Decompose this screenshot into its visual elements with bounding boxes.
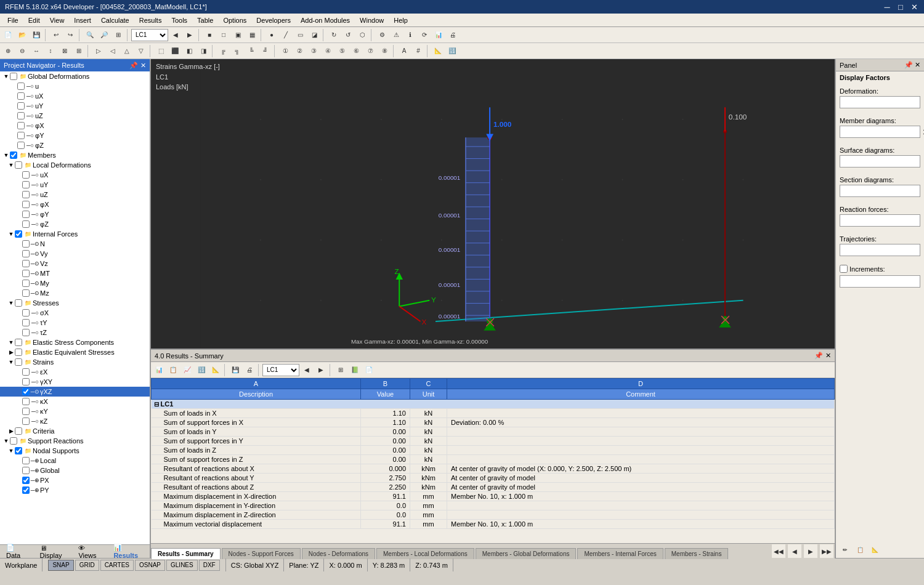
close-button[interactable]: ✕ [909, 2, 919, 12]
tree-vy[interactable]: ─⊙ Vy [0, 249, 150, 259]
cb-phiy2[interactable] [22, 211, 30, 218]
tb-surface[interactable]: ▭ [293, 28, 307, 42]
tree-mz[interactable]: ─⊙ Mz [0, 288, 150, 298]
results-next[interactable]: ▶ [314, 363, 328, 377]
panel-icon-2[interactable]: 📋 [853, 543, 867, 557]
cb-phiz[interactable] [17, 142, 25, 149]
tb-node[interactable]: ● [265, 28, 278, 42]
tb-print[interactable]: 🖨 [446, 28, 460, 42]
tree-local-def[interactable]: ▼ 📁 Local Deformations [0, 160, 150, 170]
cb-mz[interactable] [22, 289, 30, 297]
tb-settings[interactable]: ⚙ [375, 28, 389, 42]
tree-px[interactable]: ─⊕ PX [0, 475, 150, 485]
tb-render-1[interactable]: ■ [203, 28, 216, 42]
tb-render-3[interactable]: ▣ [231, 28, 245, 42]
col-header-b[interactable]: B [361, 379, 410, 389]
menu-options[interactable]: Options [218, 15, 251, 25]
snap-btn-snap[interactable]: SNAP [48, 560, 73, 571]
tree-ux2[interactable]: ─○ uX [0, 170, 150, 180]
menu-window[interactable]: Window [355, 15, 389, 25]
cb-phix2[interactable] [22, 201, 30, 208]
tree-phix[interactable]: ─○ φX [0, 121, 150, 131]
tree-nodal-supports[interactable]: ▼ 📁 Nodal Supports [0, 446, 150, 456]
tb2-1[interactable]: ⊕ [1, 44, 15, 58]
cb-vz[interactable] [22, 260, 30, 267]
tree-stresses[interactable]: ▼ 📁 Stresses [0, 298, 150, 308]
tb2-16[interactable]: ╗ [230, 44, 244, 58]
panel-reaction-forces-spinbox[interactable]: ▲ ▼ [840, 214, 920, 227]
tree-phiy[interactable]: ─○ φY [0, 131, 150, 140]
results-filter[interactable]: ⊞ [334, 363, 347, 377]
panel-reaction-forces-input[interactable] [840, 217, 924, 224]
cb-support-reactions[interactable] [10, 437, 17, 445]
tree-vz[interactable]: ─⊙ Vz [0, 259, 150, 268]
results-tabs-prev2[interactable]: ◀ [788, 544, 801, 558]
cb-uz2[interactable] [22, 191, 30, 198]
cb-members[interactable] [10, 151, 17, 159]
tree-ux[interactable]: ─○ uX [0, 91, 150, 101]
menu-insert[interactable]: Insert [69, 15, 96, 25]
tree-n[interactable]: ─⊙ N [0, 239, 150, 249]
expand-nodal-supports[interactable]: ▼ [7, 448, 15, 454]
cb-phiy[interactable] [17, 132, 25, 139]
tb-zoom-all[interactable]: ⊞ [111, 28, 125, 42]
snap-btn-glines[interactable]: GLINES [166, 560, 198, 571]
tab-members-strains[interactable]: Members - Strains [665, 548, 729, 559]
cb-gammaxz[interactable] [22, 388, 30, 395]
cb-mt[interactable] [22, 270, 30, 277]
table-row[interactable]: Maximum displacement in X-direction 91.1… [152, 492, 835, 501]
panel-member-diagrams-spinbox[interactable]: ▲ ▼ [840, 126, 920, 138]
tb-calculate[interactable]: ⟳ [418, 28, 431, 42]
table-row[interactable]: Maximum vectorial displacement 91.1 mm M… [152, 520, 835, 529]
cb-global-def[interactable] [10, 73, 17, 80]
tb2-num[interactable]: # [411, 44, 425, 58]
cb-uz[interactable] [17, 112, 25, 119]
panel-trajectories-input[interactable] [840, 246, 924, 254]
panel-deformation-input[interactable] [840, 99, 924, 106]
tb-info[interactable]: ℹ [403, 28, 417, 42]
cb-u[interactable] [17, 83, 25, 90]
panel-deformation-spinbox[interactable]: ▲ ▼ [840, 96, 920, 108]
results-tb-2[interactable]: 📋 [166, 363, 180, 377]
expand-members[interactable]: ▼ [2, 152, 10, 158]
panel-section-diagrams-spinbox[interactable]: ▲ ▼ [840, 185, 920, 197]
nav-tab-views[interactable]: 👁 Views [72, 543, 107, 560]
tb2-2[interactable]: ⊖ [15, 44, 29, 58]
cb-epsx[interactable] [22, 368, 30, 376]
viewport-3d[interactable]: Strains Gamma-xz [-] LC1 Loads [kN] [151, 59, 835, 349]
col-header-d[interactable]: D [447, 379, 835, 389]
menu-table[interactable]: Table [192, 15, 218, 25]
table-row[interactable]: Maximum displacement in Z-direction 0.0 … [152, 510, 835, 520]
tb-member[interactable]: ╱ [279, 28, 293, 42]
tree-elastic-equiv[interactable]: ▶ 📁 Elastic Equivalent Stresses [0, 347, 150, 357]
snap-btn-dxf[interactable]: DXF [199, 560, 220, 571]
tb2-22[interactable]: ④ [321, 44, 334, 58]
tree-u[interactable]: ─○ u [0, 81, 150, 91]
tree-tauz[interactable]: ─○ τZ [0, 328, 150, 337]
menu-file[interactable]: File [2, 15, 23, 25]
cb-global-sr[interactable] [22, 467, 30, 474]
panel-trajectories-spinbox[interactable]: ▲ ▼ [840, 244, 920, 256]
tb-results-view[interactable]: 📊 [432, 28, 445, 42]
expand-elastic-equiv[interactable]: ▶ [7, 349, 15, 355]
tab-nodes-deformations[interactable]: Nodes - Deformations [302, 548, 375, 559]
cb-gammaxy[interactable] [22, 378, 30, 385]
tree-elastic-stress[interactable]: ▼ 📁 Elastic Stress Components [0, 337, 150, 347]
tb2-12[interactable]: ⬛ [168, 44, 182, 58]
menu-tools[interactable]: Tools [166, 15, 192, 25]
results-tb-3[interactable]: 📈 [180, 363, 194, 377]
cb-tauy[interactable] [22, 319, 30, 326]
expand-elastic-stress[interactable]: ▼ [7, 339, 15, 345]
results-tabs-next[interactable]: ▶ [804, 544, 817, 558]
tab-nodes-support-forces[interactable]: Nodes - Support Forces [222, 548, 301, 559]
tb2-11[interactable]: ⬚ [154, 44, 168, 58]
tb2-abc[interactable]: A [397, 44, 411, 58]
cb-ux[interactable] [17, 92, 25, 100]
tb-render-2[interactable]: □ [217, 28, 230, 42]
tb2-measure[interactable]: 📐 [431, 44, 445, 58]
tb2-4[interactable]: ↕ [44, 44, 57, 58]
nav-tab-data[interactable]: 📄 Data [0, 543, 34, 560]
cb-py[interactable] [22, 486, 30, 494]
tb2-6[interactable]: ⊞ [72, 44, 86, 58]
tb2-18[interactable]: ╝ [259, 44, 272, 58]
